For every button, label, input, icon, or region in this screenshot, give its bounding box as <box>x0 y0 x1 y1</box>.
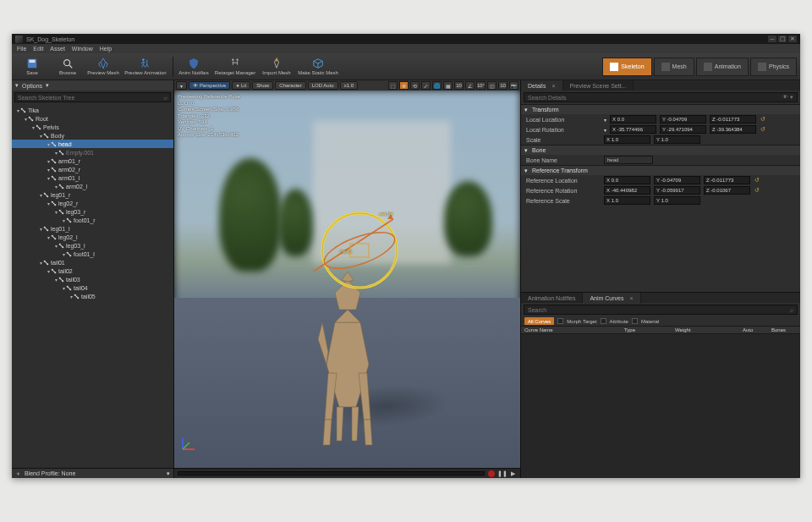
close-icon[interactable]: × <box>551 83 555 89</box>
move-tool[interactable]: ✥ <box>399 81 409 90</box>
rotate-tool[interactable]: ⟲ <box>410 81 420 90</box>
menu-window[interactable]: Window <box>72 46 93 52</box>
reset-icon[interactable]: ↺ <box>754 187 760 194</box>
tree-node[interactable]: ▾Empty.001 <box>12 148 173 157</box>
make-static-button[interactable]: Make Static Mesh <box>295 54 341 80</box>
col-auto[interactable]: Auto <box>739 327 768 333</box>
mode-skeleton[interactable]: Skeleton <box>602 58 651 76</box>
rscl-y[interactable]: Y 1.0 <box>654 196 700 205</box>
tab-anim-notifies[interactable]: Animation Notifies <box>521 293 583 303</box>
tree-node[interactable]: ▾leg01_l <box>12 224 173 233</box>
tree-node[interactable]: ▾head <box>12 140 173 148</box>
loc-y-input[interactable]: Y -0.04709 <box>660 115 706 124</box>
col-name[interactable]: Curve Name <box>521 327 621 333</box>
menu-file[interactable]: File <box>17 46 26 52</box>
section-reference[interactable]: ▾Reference Transform <box>521 166 800 175</box>
timeline-track[interactable] <box>178 471 485 475</box>
character-button[interactable]: Character <box>275 81 305 90</box>
perspective-button[interactable]: 👁 Perspective <box>189 81 230 90</box>
lod-button[interactable]: LOD Auto <box>308 81 338 90</box>
coord-space[interactable]: 🌐 <box>432 81 442 90</box>
filter-morph-check[interactable] <box>557 318 563 324</box>
col-bones[interactable]: Bones <box>768 327 800 333</box>
tab-preview-scene[interactable]: Preview Scene Sett... <box>563 80 634 91</box>
curves-list[interactable] <box>521 334 800 478</box>
section-bone[interactable]: ▾Bone <box>521 146 800 155</box>
pause-button[interactable]: ❚❚ <box>498 470 506 477</box>
mode-animation[interactable]: Animation <box>696 58 749 76</box>
filter-attr-check[interactable] <box>601 318 606 324</box>
rot-y-input[interactable]: Y -29.471094 <box>660 125 706 134</box>
snap-grid[interactable]: ▦ <box>443 81 453 90</box>
tree-node[interactable]: ▾Body <box>12 131 173 140</box>
filter-all[interactable]: All Curves <box>524 317 554 325</box>
loc-z-input[interactable]: Z -0.011773 <box>710 115 756 124</box>
mode-mesh[interactable]: Mesh <box>654 58 694 76</box>
menu-edit[interactable]: Edit <box>33 46 43 52</box>
rot-x-input[interactable]: X -35.774496 <box>610 125 656 134</box>
tree-node[interactable]: ▾arm02_l <box>12 182 173 190</box>
tree-node[interactable]: ▾tail03 <box>12 275 173 283</box>
mode-physics[interactable]: Physics <box>750 58 797 76</box>
tree-node[interactable]: ▾tail04 <box>12 283 173 292</box>
tab-details[interactable]: Details× <box>521 80 563 91</box>
close-button[interactable]: ✕ <box>788 36 797 42</box>
play-button[interactable]: ▶ <box>509 470 517 477</box>
speed-button[interactable]: x1.0 <box>340 81 358 90</box>
section-transform[interactable]: ▾Transform <box>521 105 800 114</box>
col-type[interactable]: Type <box>621 327 672 333</box>
rrot-x[interactable]: X -40.440982 <box>604 186 650 195</box>
import-mesh-button[interactable]: Import Mesh <box>260 54 294 80</box>
tree-node[interactable]: ▾leg03_r <box>12 207 173 216</box>
tree-footer[interactable]: ＋Blend Profile: None▾ <box>12 468 173 478</box>
rloc-x[interactable]: X 0.0 <box>604 176 650 184</box>
lit-button[interactable]: ● Lit <box>232 81 250 90</box>
details-search-input[interactable]: Search Details👁 ▾ <box>524 92 798 102</box>
viewport-canvas[interactable]: -44.04 head Previewing Reference Pose LO… <box>174 91 520 468</box>
snap-angle-val[interactable]: 10° <box>476 81 486 90</box>
tab-anim-curves[interactable]: Anim Curves× <box>583 293 640 303</box>
tree-search-input[interactable]: Search Skeleton Tree⌕ <box>14 92 171 102</box>
reset-icon[interactable]: ↺ <box>760 126 766 133</box>
skeleton-tree[interactable]: ▾Tika▾Root▾Pelvis▾Body▾head▾Empty.001▾ar… <box>12 104 173 468</box>
maximize-button[interactable]: ▢ <box>778 36 787 42</box>
tree-options[interactable]: ▾Options▾ <box>12 80 173 91</box>
preview-mesh-button[interactable]: Preview Mesh <box>86 54 120 80</box>
rloc-z[interactable]: Z -0.011773 <box>704 176 750 184</box>
tree-node[interactable]: ▾Pelvis <box>12 123 173 131</box>
tree-node[interactable]: ▾leg03_l <box>12 241 173 250</box>
menu-asset[interactable]: Asset <box>50 46 65 52</box>
select-tool[interactable]: ⬚ <box>388 81 398 90</box>
rrot-z[interactable]: Z -0.01067 <box>704 186 750 195</box>
tree-node[interactable]: ▾Root <box>12 114 173 123</box>
tree-node[interactable]: ▾leg02_r <box>12 199 173 207</box>
snap-angle[interactable]: ∠ <box>465 81 475 90</box>
close-icon[interactable]: × <box>630 295 634 301</box>
minimize-button[interactable]: ─ <box>768 36 776 42</box>
browse-button[interactable]: Browse <box>51 54 85 80</box>
scale-tool[interactable]: ⤢ <box>421 81 431 90</box>
camera-speed[interactable]: 📷 <box>509 81 518 90</box>
anim-notifies-button[interactable]: Anim Notifies <box>177 54 211 80</box>
tree-node[interactable]: ▾leg02_l <box>12 233 173 241</box>
retarget-button[interactable]: Retarget Manager <box>212 54 258 80</box>
tree-node[interactable]: ▾foot01_l <box>12 250 173 258</box>
scale-x-input[interactable]: X 1.0 <box>604 135 650 144</box>
loc-x-input[interactable]: X 0.0 <box>610 115 656 124</box>
rotation-gizmo[interactable] <box>313 204 406 297</box>
col-weight[interactable]: Weight <box>672 327 739 333</box>
record-button[interactable] <box>488 470 495 477</box>
tree-node[interactable]: ▾arm02_r <box>12 165 173 173</box>
rot-z-input[interactable]: Z -39.364384 <box>710 125 756 134</box>
show-button[interactable]: Show <box>252 81 273 90</box>
save-button[interactable]: Save <box>15 54 49 80</box>
tree-node[interactable]: ▾foot01_r <box>12 216 173 224</box>
preview-anim-button[interactable]: Preview Animation <box>122 54 169 80</box>
filter-mat-check[interactable] <box>632 318 638 324</box>
snap-grid-val[interactable]: 10 <box>454 81 464 90</box>
snap-scale[interactable]: ◫ <box>487 81 497 90</box>
tree-node[interactable]: ▾arm01_r <box>12 157 173 165</box>
reset-icon[interactable]: ↺ <box>754 177 760 184</box>
menu-help[interactable]: Help <box>100 46 112 52</box>
viewport-menu[interactable]: ▾ <box>176 81 187 90</box>
